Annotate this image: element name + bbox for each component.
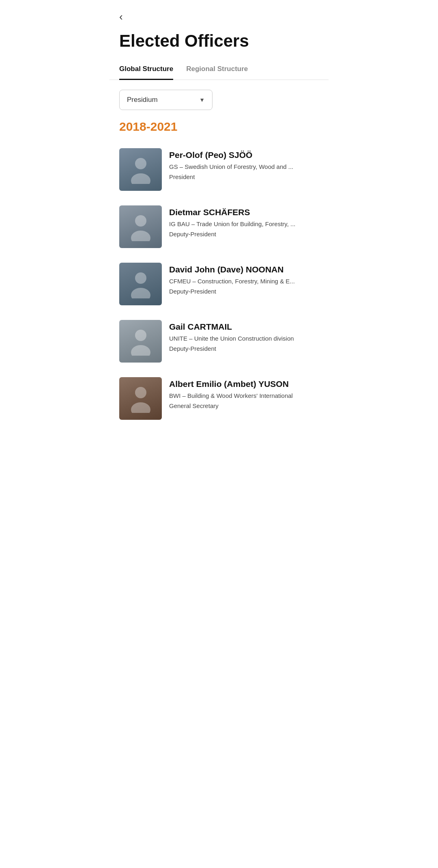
- officer-role: Deputy-President: [169, 287, 319, 296]
- officer-role: Deputy-President: [169, 344, 319, 353]
- officer-photo: [119, 263, 162, 305]
- officer-info: David John (Dave) NOONANCFMEU – Construc…: [169, 263, 319, 296]
- officer-item[interactable]: Dietmar SCHÄFERSIG BAU – Trade Union for…: [110, 199, 328, 256]
- svg-point-0: [135, 158, 146, 169]
- officer-role: General Secretary: [169, 402, 319, 410]
- presidium-dropdown[interactable]: Presidium ▼: [119, 90, 213, 110]
- officer-item[interactable]: Albert Emilio (Ambet) YUSONBWI – Buildin…: [110, 371, 328, 428]
- back-button[interactable]: ‹: [110, 0, 133, 28]
- dropdown-label: Presidium: [127, 96, 158, 104]
- officer-info: Albert Emilio (Ambet) YUSONBWI – Buildin…: [169, 377, 319, 410]
- officer-item[interactable]: David John (Dave) NOONANCFMEU – Construc…: [110, 256, 328, 313]
- officer-name: Albert Emilio (Ambet) YUSON: [169, 379, 319, 389]
- officer-role: President: [169, 173, 319, 181]
- page-title: Elected Officers: [110, 28, 328, 62]
- officer-org: BWI – Building & Wood Workers' Internati…: [169, 391, 319, 400]
- tab-regional-structure[interactable]: Regional Structure: [186, 62, 248, 80]
- svg-point-7: [131, 345, 150, 356]
- officer-item[interactable]: Gail CARTMAILUNITE – Unite the Union Con…: [110, 313, 328, 371]
- dropdown-container: Presidium ▼: [110, 80, 328, 113]
- officer-name: Dietmar SCHÄFERS: [169, 207, 319, 217]
- officer-role: Deputy-President: [169, 230, 319, 238]
- year-range-heading: 2018-2021: [110, 113, 328, 142]
- officer-name: Gail CARTMAIL: [169, 322, 319, 332]
- officer-org: UNITE – Unite the Union Construction div…: [169, 334, 319, 343]
- svg-point-6: [135, 330, 146, 341]
- officer-info: Gail CARTMAILUNITE – Unite the Union Con…: [169, 320, 319, 353]
- tab-bar: Global Structure Regional Structure: [110, 62, 328, 80]
- officer-list: Per-Olof (Peo) SJÖÖGS – Swedish Union of…: [110, 142, 328, 441]
- officer-org: IG BAU – Trade Union for Building, Fores…: [169, 220, 319, 228]
- officer-info: Dietmar SCHÄFERSIG BAU – Trade Union for…: [169, 205, 319, 238]
- svg-point-9: [131, 402, 150, 413]
- svg-point-2: [135, 215, 146, 227]
- officer-info: Per-Olof (Peo) SJÖÖGS – Swedish Union of…: [169, 148, 319, 181]
- officer-photo: [119, 205, 162, 248]
- svg-point-1: [131, 173, 150, 184]
- svg-point-4: [135, 272, 146, 284]
- svg-point-5: [131, 288, 150, 298]
- officer-org: GS – Swedish Union of Forestry, Wood and…: [169, 162, 319, 171]
- back-arrow-icon: ‹: [119, 11, 123, 22]
- officer-photo: [119, 148, 162, 191]
- officer-name: Per-Olof (Peo) SJÖÖ: [169, 150, 319, 160]
- svg-point-3: [131, 231, 150, 241]
- tab-global-structure[interactable]: Global Structure: [119, 62, 173, 80]
- svg-point-8: [135, 387, 146, 398]
- officer-photo: [119, 377, 162, 420]
- officer-name: David John (Dave) NOONAN: [169, 264, 319, 274]
- officer-org: CFMEU – Construction, Forestry, Mining &…: [169, 277, 319, 285]
- officer-item[interactable]: Per-Olof (Peo) SJÖÖGS – Swedish Union of…: [110, 142, 328, 199]
- chevron-down-icon: ▼: [199, 97, 205, 103]
- officer-photo: [119, 320, 162, 363]
